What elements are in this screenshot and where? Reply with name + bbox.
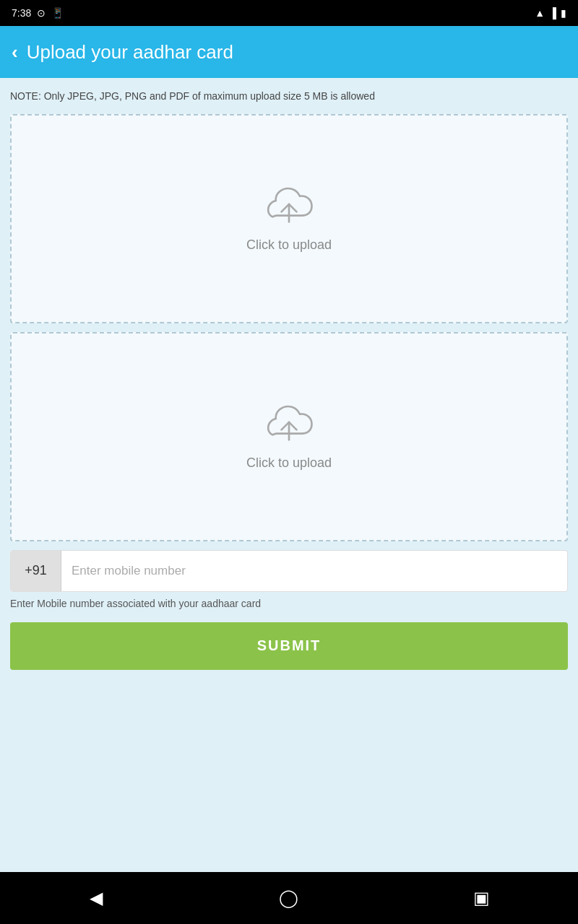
status-bar: 7:38 ⊙ 📱 ▲ ▐ ▮: [0, 0, 578, 26]
upload-zone-1[interactable]: Click to upload: [10, 114, 568, 323]
mobile-number-input[interactable]: [61, 564, 567, 578]
country-code: +91: [11, 551, 61, 591]
recent-nav-button[interactable]: ▣: [464, 880, 500, 916]
battery-icon: ▮: [561, 7, 566, 19]
page-title: Upload your aadhar card: [27, 41, 233, 64]
mobile-input-container: +91: [10, 550, 568, 592]
time-display: 7:38: [12, 7, 31, 19]
status-bar-left: 7:38 ⊙ 📱: [12, 7, 64, 19]
back-nav-button[interactable]: ◀: [78, 880, 114, 916]
bottom-nav: ◀ ◯ ▣: [0, 872, 578, 924]
top-bar: ‹ Upload your aadhar card: [0, 26, 578, 78]
upload-zone-2[interactable]: Click to upload: [10, 332, 568, 541]
back-button[interactable]: ‹: [12, 41, 18, 64]
upload-zone-2-label: Click to upload: [246, 456, 332, 471]
upload-zone-1-label: Click to upload: [246, 237, 332, 253]
upload-cloud-icon-1: [264, 184, 314, 230]
home-nav-button[interactable]: ◯: [271, 880, 307, 916]
submit-button[interactable]: SUBMIT: [10, 622, 568, 670]
wifi-icon: ▲: [535, 7, 545, 19]
main-content: NOTE: Only JPEG, JPG, PNG and PDF of max…: [0, 78, 578, 872]
notification-icon: ⊙: [37, 7, 46, 19]
note-text: NOTE: Only JPEG, JPG, PNG and PDF of max…: [10, 90, 568, 104]
sim-icon: 📱: [51, 7, 64, 19]
upload-cloud-icon-2: [264, 402, 314, 448]
status-bar-right: ▲ ▐ ▮: [535, 7, 566, 19]
signal-icon: ▐: [549, 7, 556, 19]
mobile-helper-text: Enter Mobile number associated with your…: [10, 598, 568, 609]
